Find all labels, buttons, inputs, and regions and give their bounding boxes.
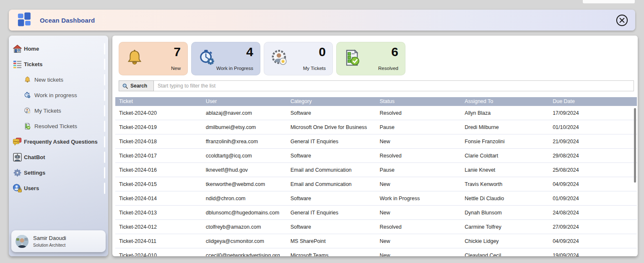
cell-ticket: Ticket-2024-014 [115, 191, 202, 205]
table-row[interactable]: Ticket-2024-018ffranzolinih@xrea.comGene… [115, 134, 637, 149]
sidebar-item-label: Users [24, 185, 39, 191]
table-row[interactable]: Ticket-2024-012ctolfreyb@amazon.comSoftw… [115, 220, 637, 234]
resolved-checklist-icon [343, 49, 361, 67]
nav-item-marker [104, 59, 105, 70]
stat-card-resolved[interactable]: 6Resolved [336, 42, 405, 75]
cell-user: ffranzolinih@xrea.com [202, 134, 287, 148]
stat-label: Work in Progress [216, 66, 253, 71]
table-row[interactable]: Ticket-2024-017ccoldtartg@icq.comSoftwar… [115, 149, 637, 163]
column-header-assigned-to: Assigned To [461, 97, 549, 106]
sidebar-item-label: My Tickets [34, 108, 61, 114]
cell-ticket: Ticket-2024-010 [115, 248, 202, 256]
cell-user: ndid@chron.com [202, 191, 287, 205]
cell-category: Software [287, 191, 376, 205]
cell-status: Resolved [376, 149, 461, 162]
sidebar-item-my-tickets[interactable]: My Tickets [9, 103, 108, 119]
background-window-fragment [583, 0, 635, 3]
cell-assigned-to: Allyn Blaza [461, 106, 549, 120]
cell-assigned-to: Dynah Blunsom [461, 206, 549, 219]
home-icon [13, 44, 22, 54]
stat-cards: 7New4Work in Progress0My Tickets6Resolve… [119, 42, 405, 75]
sidebar-item-frequently-asked-questions[interactable]: FAQFrequently Asked Questions [9, 134, 108, 150]
nav-item-marker [104, 90, 105, 101]
stat-value: 4 [246, 45, 253, 59]
sidebar-item-settings[interactable]: Settings [9, 165, 108, 180]
cell-category: Email and Communication [287, 177, 376, 191]
table-scrollbar[interactable] [634, 108, 636, 183]
stat-label: New [171, 66, 181, 71]
sidebar-item-new-tickets[interactable]: New tickets [9, 72, 108, 88]
cell-status: Pause [376, 163, 461, 177]
cell-user: lknevetf@hud.gov [202, 163, 287, 177]
cell-assigned-to: Nettle Di Claudio [461, 191, 549, 205]
sidebar-item-label: New tickets [34, 77, 63, 83]
sidebar-item-label: Settings [24, 170, 45, 176]
sidebar-nav: HomeTicketsNew ticketsWork in progressMy… [9, 36, 108, 196]
table-row[interactable]: Ticket-2024-015tkenworthe@webmd.comEmail… [115, 177, 637, 191]
app-title: Ocean Dashboard [40, 17, 95, 24]
sidebar-item-chatbot[interactable]: ChatBot [9, 150, 108, 165]
avatar [16, 235, 29, 248]
column-header-due-date: Due Date [549, 97, 637, 106]
cell-assigned-to: Lanie Knevet [461, 163, 549, 177]
table-body: Ticket-2024-020ablazaj@naver.comSoftware… [115, 106, 637, 256]
nav-item-marker [104, 121, 105, 132]
close-icon[interactable] [615, 14, 628, 27]
cell-category: Microsoft Teams [287, 248, 376, 256]
cell-category: General IT Enquiries [287, 206, 376, 219]
sidebar-item-work-in-progress[interactable]: Work in progress [9, 88, 108, 103]
sidebar-item-resolved-tickets[interactable]: Resolved Tickets [9, 119, 108, 134]
sidebar-item-tickets[interactable]: Tickets [9, 57, 108, 72]
cell-category: Email and Communication [287, 163, 376, 177]
cell-ticket: Ticket-2024-019 [115, 120, 202, 134]
cell-category: Software [287, 220, 376, 234]
faq-icon: FAQ [13, 137, 22, 147]
cell-assigned-to: Clarie Coldtart [461, 149, 549, 162]
search-label: Search [130, 83, 147, 89]
cell-user: clidgeya@csmonitor.com [202, 234, 287, 248]
cell-ticket: Ticket-2024-015 [115, 177, 202, 191]
table-row[interactable]: Ticket-2024-014ndid@chron.comSoftwareWor… [115, 191, 637, 206]
stat-card-my-tickets[interactable]: 0My Tickets [264, 42, 333, 75]
cell-assigned-to: Chickie Lidgey [461, 234, 549, 248]
cell-category: MS SharePoint [287, 234, 376, 248]
cell-ticket: Ticket-2024-013 [115, 206, 202, 219]
column-header-status: Status [376, 97, 461, 106]
cell-due-date: 01/10/2024 [549, 120, 637, 134]
stat-label: My Tickets [303, 66, 326, 71]
cell-due-date: 24/08/2024 [549, 206, 637, 219]
table-row[interactable]: Ticket-2024-016lknevetf@hud.govEmail and… [115, 163, 637, 177]
user-profile-card[interactable]: Samir Daoudi Solution Architect [11, 230, 106, 252]
table-row[interactable]: Ticket-2024-010ccecil0@networkadvertisin… [115, 248, 637, 256]
cell-status: Work in Progress [376, 191, 461, 205]
cell-status: New [376, 248, 461, 256]
person-badge-icon [271, 49, 288, 67]
cell-category: General IT Enquiries [287, 134, 376, 148]
cell-due-date: 25/08/2024 [549, 163, 637, 177]
search-input[interactable] [154, 80, 634, 91]
stopwatch-icon [24, 92, 31, 99]
stat-card-new[interactable]: 7New [119, 42, 188, 75]
column-header-category: Category [287, 97, 376, 106]
cell-user: tkenworthe@webmd.com [202, 177, 287, 191]
resolved-checklist-icon [24, 123, 31, 130]
users-lock-icon [13, 183, 22, 193]
table-row[interactable]: Ticket-2024-019dmilburnei@etsy.comMicros… [115, 120, 637, 134]
user-name: Samir Daoudi [33, 235, 66, 241]
table-row[interactable]: Ticket-2024-020ablazaj@naver.comSoftware… [115, 106, 637, 120]
cell-ticket: Ticket-2024-016 [115, 163, 202, 177]
stat-card-work-in-progress[interactable]: 4Work in Progress [191, 42, 260, 75]
tickets-icon [13, 59, 22, 69]
cell-assigned-to: Dredi Milburne [461, 120, 549, 134]
cell-category: Microsoft One Drive for Business [287, 120, 376, 134]
main-panel: 7New4Work in Progress0My Tickets6Resolve… [112, 36, 638, 256]
sidebar-item-home[interactable]: Home [9, 41, 108, 57]
stat-value: 7 [174, 45, 181, 59]
cell-ticket: Ticket-2024-018 [115, 134, 202, 148]
cell-status: Resolved [376, 106, 461, 120]
sidebar-item-label: Resolved Tickets [34, 123, 77, 129]
sidebar-item-users[interactable]: Users [9, 180, 108, 196]
cell-ticket: Ticket-2024-017 [115, 149, 202, 162]
table-row[interactable]: Ticket-2024-011clidgeya@csmonitor.comMS … [115, 234, 637, 248]
table-row[interactable]: Ticket-2024-013dblunsomc@hugedomains.com… [115, 206, 637, 220]
